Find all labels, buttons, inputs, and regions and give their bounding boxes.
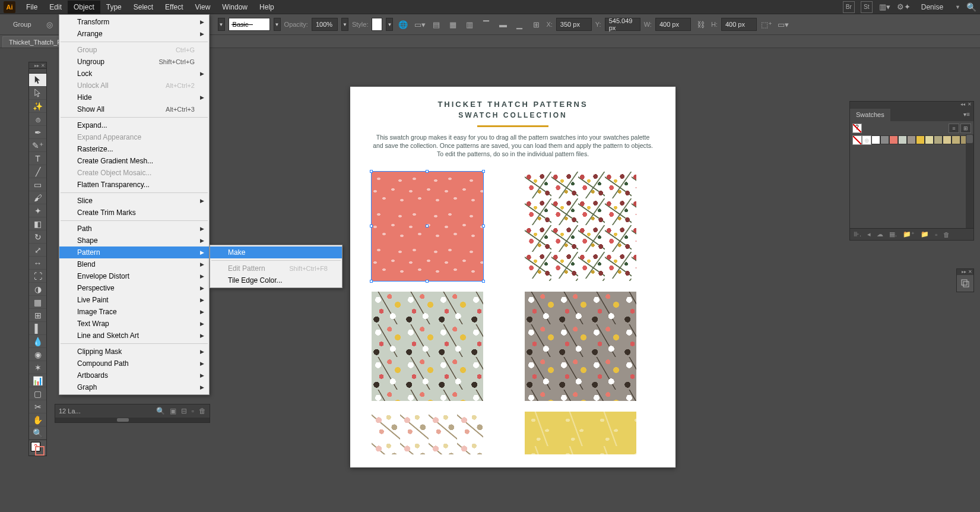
line-tool[interactable]: ╱ <box>29 165 46 178</box>
panel-scrollbar[interactable] <box>966 134 973 228</box>
stroke-dropdown[interactable]: ▼ <box>218 18 225 31</box>
menu-item-create-gradient-mesh[interactable]: Create Gradient Mesh... <box>59 155 209 167</box>
magic-wand-tool[interactable]: ✨ <box>29 100 46 113</box>
menu-item-perspective[interactable]: Perspective▶ <box>59 282 209 294</box>
menu-item-transform[interactable]: Transform▶ <box>59 16 209 28</box>
isolate-icon[interactable]: ⬚⁺ <box>760 18 773 31</box>
menu-item-show-all[interactable]: Show AllAlt+Ctrl+3 <box>59 103 209 115</box>
menu-item-envelope-distort[interactable]: Envelope Distort▶ <box>59 270 209 282</box>
menu-item-image-trace[interactable]: Image Trace▶ <box>59 306 209 318</box>
graph-tool[interactable]: 📊 <box>29 374 46 387</box>
list-view-icon[interactable]: ≡ <box>949 124 959 133</box>
mini-swatch[interactable] <box>934 135 943 144</box>
mini-swatch[interactable] <box>889 135 898 144</box>
scale-tool[interactable]: ⤢ <box>29 244 46 257</box>
menu-item-slice[interactable]: Slice▶ <box>59 195 209 207</box>
mini-swatch[interactable] <box>871 135 880 144</box>
delete-swatch-icon[interactable]: 🗑 <box>943 231 950 238</box>
style-swatch[interactable] <box>372 18 382 31</box>
mini-swatch[interactable] <box>952 135 960 144</box>
rotate-tool[interactable]: ↻ <box>29 230 46 244</box>
mesh-tool[interactable]: ⊞ <box>29 309 46 322</box>
align-top-icon[interactable]: ▔ <box>480 18 493 31</box>
menu-item-flatten-transparency[interactable]: Flatten Transparency... <box>59 179 209 191</box>
brush-field[interactable]: Basic <box>229 18 270 31</box>
perspective-tool[interactable]: ▦ <box>29 296 46 309</box>
new-folder-icon[interactable]: 📁 <box>921 230 929 238</box>
toolbox-header[interactable]: ▸▸✕ <box>29 62 46 69</box>
x-field[interactable]: 350 px <box>556 18 592 31</box>
slice-tool[interactable]: ✂ <box>29 400 46 413</box>
menu-item-artboards[interactable]: Artboards▶ <box>59 369 209 381</box>
user-name[interactable]: Denise <box>916 2 948 12</box>
menu-item-pattern[interactable]: Pattern▶ <box>59 246 209 258</box>
mini-swatch[interactable] <box>916 135 925 144</box>
menu-item-make[interactable]: Make <box>210 246 342 258</box>
menu-object[interactable]: Object <box>68 1 100 14</box>
search-icon[interactable]: 🔍 <box>966 2 976 12</box>
transform-anchor-icon[interactable]: ⊞ <box>529 18 543 31</box>
mini-swatch[interactable] <box>925 135 934 144</box>
type-tool[interactable]: T <box>29 152 46 165</box>
pen-tool[interactable]: ✒ <box>29 126 46 139</box>
menu-effect[interactable]: Effect <box>159 1 189 14</box>
layers-scrollbar[interactable] <box>55 418 210 422</box>
align-left-icon[interactable]: ▤ <box>430 18 443 31</box>
arrange-docs-icon[interactable]: ▥▾ <box>878 1 892 14</box>
grid-view-icon[interactable]: ⊞ <box>960 124 971 133</box>
free-transform-tool[interactable]: ⛶ <box>29 270 46 283</box>
pattern-swatch-2[interactable] <box>525 172 636 281</box>
width-tool[interactable]: ↔ <box>29 257 46 270</box>
menu-item-expand[interactable]: Expand... <box>59 119 209 131</box>
menu-item-text-wrap[interactable]: Text Wrap▶ <box>59 318 209 330</box>
curvature-tool[interactable]: ✎⁺ <box>29 139 46 152</box>
locate-icon[interactable]: 🔍 <box>156 407 165 415</box>
pattern-swatch-3[interactable] <box>372 292 483 401</box>
menu-item-shape[interactable]: Shape▶ <box>59 235 209 246</box>
menu-view[interactable]: View <box>189 1 217 14</box>
edit-contents-icon[interactable]: ▭▾ <box>777 18 790 31</box>
hand-tool[interactable]: ✋ <box>29 413 46 426</box>
trash-icon[interactable]: 🗑 <box>199 407 206 415</box>
menu-item-rasterize[interactable]: Rasterize... <box>59 143 209 155</box>
eyedropper-tool[interactable]: 💧 <box>29 335 46 348</box>
menu-item-hide[interactable]: Hide▶ <box>59 91 209 103</box>
link-wh-icon[interactable]: ⛓ <box>694 18 708 31</box>
mini-swatch[interactable] <box>898 135 907 144</box>
mini-swatch[interactable] <box>880 135 889 144</box>
target-icon[interactable]: ◎ <box>43 18 56 31</box>
swatch-unknown[interactable]: ? <box>852 124 862 133</box>
menu-item-graph[interactable]: Graph▶ <box>59 381 209 393</box>
panel-menu-icon[interactable]: ▾≡ <box>960 109 973 120</box>
blend-tool[interactable]: ◉ <box>29 348 46 361</box>
mini-swatch[interactable] <box>943 135 952 144</box>
menu-type[interactable]: Type <box>100 1 128 14</box>
symbol-sprayer-tool[interactable]: ✶ <box>29 361 46 374</box>
lib-menu-icon[interactable]: ⊪. <box>854 230 861 238</box>
brush-dropdown[interactable]: ▼ <box>274 18 281 31</box>
menu-item-live-paint[interactable]: Live Paint▶ <box>59 294 209 306</box>
artboard-tool[interactable]: ▢ <box>29 387 46 400</box>
collapsed-header[interactable]: ▸▸✕ <box>957 269 973 275</box>
menu-item-create-trim-marks[interactable]: Create Trim Marks <box>59 207 209 219</box>
menu-item-blend[interactable]: Blend▶ <box>59 258 209 270</box>
new-color-group-icon[interactable]: 📁⁺ <box>903 230 915 238</box>
shaper-tool[interactable]: ✦ <box>29 204 46 217</box>
menu-item-path[interactable]: Path▶ <box>59 223 209 235</box>
align-hcenter-icon[interactable]: ▦ <box>446 18 459 31</box>
shape-builder-tool[interactable]: ◑ <box>29 283 46 296</box>
menu-help[interactable]: Help <box>253 1 280 14</box>
rectangle-tool[interactable]: ▭ <box>29 178 46 191</box>
pattern-swatch-1[interactable] <box>372 172 483 281</box>
gradient-tool[interactable]: ▌ <box>29 322 46 335</box>
registration-swatch[interactable]: ⊕ <box>862 135 871 145</box>
menu-item-compound-path[interactable]: Compound Path▶ <box>59 358 209 369</box>
menu-select[interactable]: Select <box>128 1 159 14</box>
menu-edit[interactable]: Edit <box>43 1 68 14</box>
y-field[interactable]: 545.049 px <box>605 18 640 31</box>
recolor-icon[interactable]: 🌐 <box>397 18 410 31</box>
opacity-dropdown[interactable]: ▼ <box>341 18 348 31</box>
menu-item-lock[interactable]: Lock▶ <box>59 68 209 80</box>
direct-selection-tool[interactable] <box>29 87 46 100</box>
menu-item-ungroup[interactable]: UngroupShift+Ctrl+G <box>59 56 209 68</box>
